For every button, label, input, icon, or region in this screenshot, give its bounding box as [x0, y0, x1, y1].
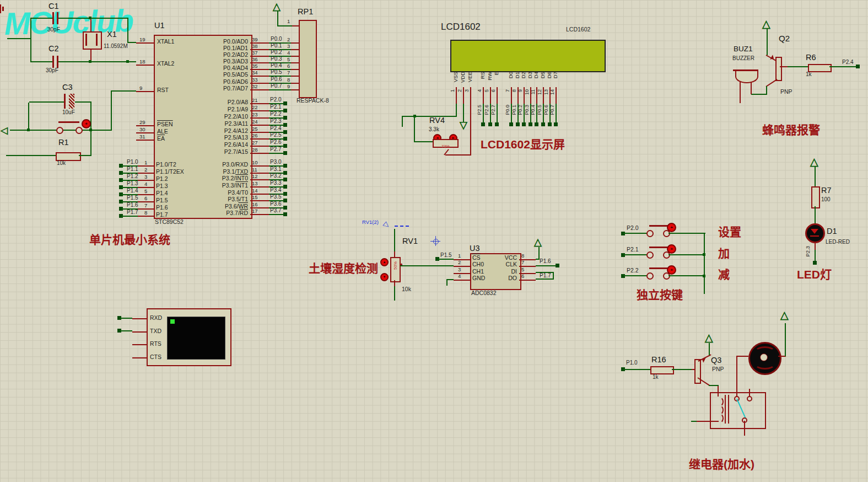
rv4-ref: RV4	[429, 116, 445, 125]
ground-icon	[396, 127, 408, 128]
serial-pins: RXD TXD RTS CTS	[132, 313, 176, 366]
lcd-ctrl-pins: RS 4 P2.5 RW 5 P2.6 E	[480, 72, 501, 127]
pin-stub	[519, 280, 536, 281]
key-contact[interactable]	[646, 230, 654, 237]
resistor-r16[interactable]	[650, 366, 674, 374]
pin-stub	[454, 273, 470, 274]
net-label: P3.3	[270, 180, 282, 186]
wire	[672, 369, 692, 370]
net-label: P1.5	[127, 195, 138, 201]
wire	[456, 104, 457, 117]
pin-stub	[394, 280, 395, 286]
ground-icon	[445, 290, 449, 291]
net-label: P0.4	[531, 105, 536, 115]
wire	[438, 259, 454, 260]
net-label: P2.4	[270, 126, 282, 131]
chip-pin-row: P2.7/A15 28 P2.7	[187, 148, 302, 155]
serial-pin-row: RTS	[132, 339, 176, 352]
pin-stub	[136, 140, 154, 141]
key-bar[interactable]	[649, 225, 668, 227]
rv1-adjust-up-button[interactable]: ▲	[380, 258, 389, 266]
junction-dot	[703, 253, 705, 256]
u1-p3-pins: P3.0/RXD 10 P3.0 P3.1/TXD 11 P3.1	[187, 160, 302, 216]
crystal-plate-icon	[96, 34, 98, 46]
junction-dot	[126, 60, 129, 63]
lcd-part-label: LCD1602	[566, 26, 590, 33]
key-bar[interactable]	[649, 267, 668, 269]
net-label: P2.5	[270, 132, 282, 138]
wire	[31, 61, 52, 62]
reset-button-bar[interactable]	[58, 121, 79, 123]
reset-button-contact[interactable]	[76, 127, 83, 134]
net-label: P2.2	[270, 111, 282, 117]
rv1-pot-body[interactable]: 50%	[390, 257, 401, 282]
chip-pin-row: P3.7/RD 17 P3.7	[187, 209, 302, 216]
net-label: P2.4	[842, 60, 854, 65]
wire	[709, 343, 710, 355]
pin-stub	[751, 82, 752, 94]
buzzer-dome[interactable]	[735, 71, 758, 83]
key-row: P2.2 +	[620, 265, 714, 287]
ground-icon	[700, 296, 709, 297]
net-label: P1.6	[127, 202, 138, 208]
key-contact[interactable]	[646, 272, 654, 280]
lcd-screen[interactable]	[450, 40, 606, 72]
pin-stub	[250, 153, 269, 154]
wire	[121, 216, 138, 217]
x1-ref: X1	[107, 30, 117, 39]
chip-pin-row: P0.1/AD1 38 P0.1 3	[187, 44, 302, 51]
capacitor-c3-polar-plate[interactable]	[69, 94, 74, 109]
rp1-ref: RP1	[298, 8, 313, 16]
rv1-adjust-down-button[interactable]: ▼	[380, 273, 389, 281]
voltage-probe-icon[interactable]: ▷	[382, 220, 391, 229]
wire	[75, 101, 91, 103]
c1-value: 30pF	[47, 27, 60, 33]
terminal	[488, 122, 492, 126]
q2-transistor-body[interactable]	[775, 57, 782, 81]
rv4-position: 73%	[441, 144, 450, 149]
wire	[400, 265, 454, 266]
chip-pin-row: P0.4/AD4 35 P0.4 6	[187, 64, 302, 71]
key-push-button[interactable]: +	[667, 223, 676, 232]
capacitor-c1[interactable]	[52, 12, 54, 24]
reset-button-contact[interactable]	[56, 127, 63, 134]
wire	[394, 229, 395, 251]
key-function-label: 设置	[718, 225, 741, 247]
serial-pin-row: RXD	[132, 313, 176, 326]
u1-p0-pins: P0.0/AD0 39 P0.0 2 P0.1/AD1 38 P0.1 3	[187, 38, 302, 91]
wire	[691, 421, 697, 422]
rv4-pot-body[interactable]: 73%	[433, 139, 459, 148]
net-label: P0.1	[271, 43, 282, 49]
resistor-r7[interactable]	[811, 186, 820, 208]
key-bar[interactable]	[649, 247, 668, 248]
capacitor-c3[interactable]	[64, 94, 66, 109]
net-label: P1.5	[440, 253, 452, 258]
key-push-button[interactable]: +	[667, 265, 676, 275]
ground-icon	[697, 294, 711, 295]
pin-stub	[292, 25, 299, 26]
lcd-pin: D1 8 P0.1	[515, 72, 521, 127]
net-label: P0.0	[271, 36, 282, 42]
power-arrow-up-icon: △	[810, 157, 818, 167]
probe-trace-icon	[395, 226, 409, 227]
lcd-pin: D5 12 P0.5	[540, 72, 547, 127]
junction-dot	[89, 60, 91, 63]
key-push-button[interactable]: +	[667, 244, 676, 254]
ground-icon	[740, 438, 750, 440]
junction-dot	[89, 128, 92, 131]
net-label: P0.7	[271, 83, 282, 89]
chip-pin-row: P3.6/WR 16 P3.6	[187, 202, 302, 210]
voltage-probe-label: RV1(2)	[362, 219, 379, 225]
reset-push-button[interactable]: +	[82, 119, 91, 128]
rp1-respack-body[interactable]	[299, 20, 317, 98]
lcd-pin: D0 7 P0.0	[508, 72, 515, 127]
key-contact[interactable]	[646, 251, 654, 259]
wire	[111, 90, 112, 131]
pin-stub	[497, 87, 498, 104]
net-label: P0.1	[512, 105, 517, 115]
edge-pin-icon	[0, 4, 1, 13]
capacitor-c2[interactable]	[52, 56, 54, 68]
power-arrow-up-icon: △	[762, 19, 770, 29]
net-label: P1.7	[540, 273, 551, 279]
lcd-caption: LCD1602显示屏	[481, 138, 565, 150]
